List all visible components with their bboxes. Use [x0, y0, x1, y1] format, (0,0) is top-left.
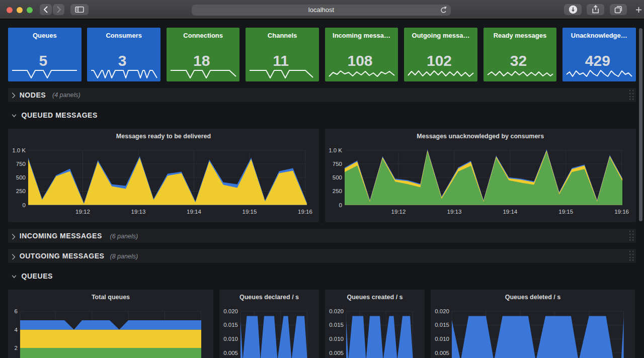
svg-text:500: 500 [16, 174, 26, 181]
svg-text:19:16: 19:16 [614, 208, 629, 214]
svg-text:Queues deleted / s: Queues deleted / s [505, 294, 561, 301]
svg-text:0.015: 0.015 [223, 322, 238, 328]
svg-text:19:13: 19:13 [447, 208, 462, 214]
svg-text:Messages unacknowledged by con: Messages unacknowledged by consumers [417, 133, 544, 140]
svg-text:0.015: 0.015 [329, 322, 344, 328]
svg-text:0.020: 0.020 [223, 308, 238, 314]
svg-text:19:15: 19:15 [243, 208, 257, 214]
svg-text:19:16: 19:16 [298, 208, 312, 214]
svg-text:0.010: 0.010 [435, 336, 449, 342]
svg-text:19:12: 19:12 [75, 208, 90, 214]
svg-text:250: 250 [333, 188, 342, 194]
svg-text:0.020: 0.020 [435, 308, 449, 314]
svg-text:1.0 K: 1.0 K [329, 147, 342, 153]
svg-text:750: 750 [16, 161, 26, 167]
svg-text:0.010: 0.010 [223, 336, 238, 342]
svg-text:0.005: 0.005 [435, 350, 449, 356]
svg-text:4: 4 [15, 327, 18, 333]
svg-text:0: 0 [23, 202, 26, 208]
svg-text:0.020: 0.020 [329, 308, 344, 314]
svg-text:Queues declared / s: Queues declared / s [239, 294, 299, 301]
svg-text:Queues created / s: Queues created / s [347, 294, 403, 301]
svg-text:0.010: 0.010 [329, 336, 344, 342]
svg-text:1.0 K: 1.0 K [12, 147, 26, 153]
svg-text:19:14: 19:14 [187, 208, 201, 214]
svg-text:19:13: 19:13 [131, 208, 146, 214]
svg-text:Total queues: Total queues [92, 294, 130, 301]
svg-text:250: 250 [16, 188, 26, 194]
svg-text:6: 6 [15, 308, 18, 314]
svg-text:750: 750 [333, 161, 342, 167]
svg-text:0.005: 0.005 [223, 350, 238, 356]
svg-text:0.015: 0.015 [435, 322, 449, 328]
svg-text:0.005: 0.005 [329, 350, 344, 356]
svg-text:0: 0 [339, 202, 342, 208]
svg-text:19:14: 19:14 [503, 208, 517, 214]
svg-text:2: 2 [15, 345, 18, 351]
svg-text:19:15: 19:15 [558, 208, 573, 214]
svg-text:500: 500 [333, 174, 342, 181]
svg-text:Messages ready to be delivered: Messages ready to be delivered [116, 133, 211, 140]
svg-text:19:12: 19:12 [391, 208, 406, 214]
